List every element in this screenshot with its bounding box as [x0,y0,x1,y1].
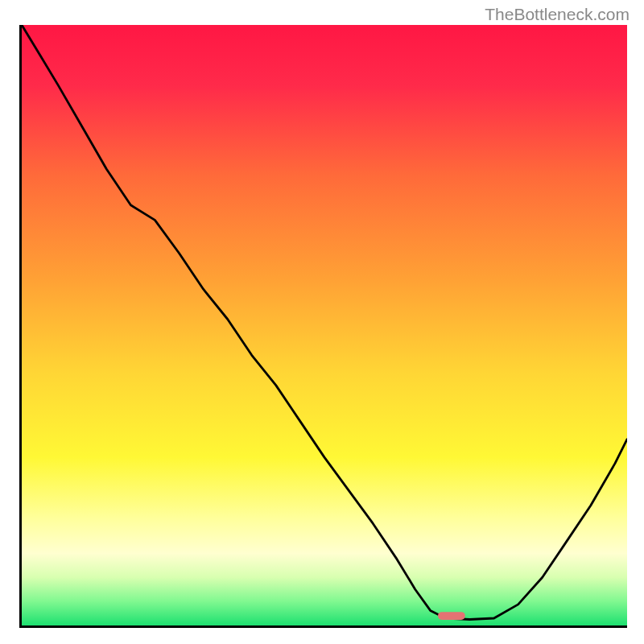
watermark-text: TheBottleneck.com [485,5,630,24]
chart-container: TheBottleneck.com [0,0,644,644]
plot-area [19,25,627,628]
optimal-marker [438,612,465,620]
chart-svg [22,25,627,625]
gradient-background [22,25,627,625]
